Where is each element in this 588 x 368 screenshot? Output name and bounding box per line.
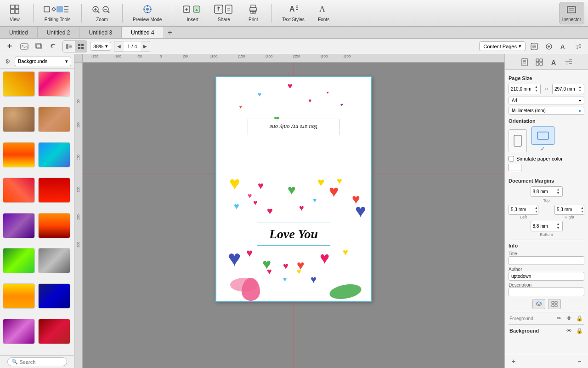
bg-thumb-3[interactable] (3, 107, 35, 132)
tab-untitled[interactable]: Untitled (0, 27, 38, 38)
bottom-margin-input[interactable]: ▲▼ (531, 221, 563, 231)
love-you-text: Love You (269, 227, 318, 242)
divider-2 (509, 240, 584, 240)
grid-view-btn[interactable] (75, 41, 87, 52)
search-input[interactable] (20, 359, 63, 365)
paper-color-swatch[interactable] (509, 164, 521, 171)
backgrounds-dropdown[interactable]: Backgrounds ▾ (15, 57, 71, 66)
list-view-btn[interactable] (63, 41, 75, 52)
paper-size-select[interactable]: A4 ▾ (509, 97, 584, 104)
landscape-button[interactable] (531, 126, 554, 145)
top-margin-input[interactable]: ▲▼ (531, 186, 563, 197)
bg-thumb-12[interactable] (38, 248, 70, 273)
tool-share[interactable]: Share (211, 2, 237, 24)
fg-lock-icon[interactable]: 🔒 (575, 314, 583, 322)
tab-untitled3[interactable]: Untitled 3 (79, 27, 122, 38)
ruler-top: -150 -100 -50 0 |50 |100 |150 |200 |250 … (83, 54, 504, 63)
author-input[interactable] (509, 272, 584, 281)
bg-thumb-15[interactable] (3, 319, 35, 344)
portrait-button[interactable] (509, 129, 527, 152)
panel-settings-button[interactable]: ⚙ (3, 56, 13, 66)
heart-pink-2: ♥ (248, 192, 252, 200)
bg-thumb-6[interactable] (38, 142, 70, 167)
insp-icon3[interactable]: A (558, 40, 570, 52)
info-title: Info (509, 243, 584, 248)
add-page-button[interactable]: + (4, 40, 16, 52)
footer-remove-button[interactable]: − (574, 356, 584, 366)
title-input[interactable] (509, 256, 584, 265)
bg-thumb-9[interactable] (3, 213, 35, 238)
tab-untitled4[interactable]: Untitled 4 (122, 27, 164, 38)
page-prev-button[interactable]: ◀ (114, 41, 124, 52)
bg-thumb-5[interactable] (3, 142, 35, 167)
backgrounds-grid (0, 69, 74, 355)
tool-zoom[interactable]: Zoom (89, 2, 115, 24)
svg-rect-72 (540, 63, 543, 65)
left-panel: ⚙ Backgrounds ▾ 🔍 (0, 54, 74, 368)
svg-line-10 (98, 12, 100, 13)
bg-thumb-10[interactable] (38, 213, 70, 238)
tab-add-button[interactable]: + (164, 27, 176, 38)
view-toggle (62, 40, 87, 52)
bg-thumb-16[interactable] (38, 319, 70, 344)
tool-fonts[interactable]: A Fonts (313, 2, 335, 24)
tool-view[interactable]: View (4, 2, 26, 24)
bg-eye-icon[interactable]: 👁 (565, 327, 573, 335)
bg-thumb-11[interactable] (3, 248, 35, 273)
bg-thumb-2[interactable] (38, 71, 70, 97)
tool-preview[interactable]: Preview Mode (130, 2, 164, 24)
simulate-paper-checkbox[interactable] (509, 156, 514, 161)
bg-thumb-13[interactable] (3, 283, 35, 309)
flipped-text-box[interactable]: You are my only one (248, 119, 339, 135)
tool-print[interactable]: Print (242, 2, 264, 24)
tool-text-styles[interactable]: A Text Styles (279, 2, 307, 24)
page-canvas[interactable]: ♥ ♥ ♥ ♥ ♥ ♥ ♥ You are my only one ♥ ♥ ♥ … (215, 76, 372, 302)
tool-inspector[interactable]: Inspector (559, 2, 584, 24)
tool-editing[interactable]: Editing Tools (41, 2, 74, 24)
search-icon: 🔍 (11, 359, 18, 365)
tab-untitled2[interactable]: Untitled 2 (38, 27, 80, 38)
insp-icon1[interactable] (528, 40, 540, 52)
svg-point-20 (147, 12, 148, 13)
love-you-box[interactable]: Love You (257, 223, 330, 246)
undo-button[interactable] (48, 40, 60, 52)
svg-text:A: A (560, 43, 565, 50)
bg-thumb-1[interactable] (3, 71, 35, 97)
copy-button[interactable] (33, 40, 45, 52)
units-select[interactable]: Millimeters (mm) ● (509, 107, 584, 115)
page-next-button[interactable]: ▶ (141, 41, 150, 52)
fg-edit-icon[interactable]: ✏ (555, 314, 563, 322)
text-styles-icon: A (288, 4, 299, 16)
insp-page-icon[interactable] (519, 57, 530, 68)
insp-icon4[interactable]: T (572, 40, 584, 52)
canvas-content[interactable]: ♥ ♥ ♥ ♥ ♥ ♥ ♥ You are my only one ♥ ♥ ♥ … (83, 63, 504, 368)
content-pages-button[interactable]: Content Pages ▾ (479, 41, 526, 51)
left-margin-input[interactable]: ▲▼ (509, 205, 538, 215)
insp-layout-icon[interactable] (534, 57, 545, 68)
svg-rect-70 (540, 59, 543, 62)
layers-icon-btn[interactable] (532, 299, 545, 309)
grid-icon-btn[interactable] (548, 299, 561, 309)
bg-thumb-7[interactable] (3, 178, 35, 203)
footer-add-button[interactable]: + (509, 356, 519, 366)
description-input[interactable] (509, 288, 584, 296)
right-margin-input[interactable]: ▲▼ (554, 205, 584, 215)
fg-eye-icon[interactable]: 👁 (565, 314, 573, 322)
insp-text-icon[interactable]: A (548, 57, 560, 68)
svg-text:T: T (576, 44, 579, 50)
heart-blue-big-left: ♥ (228, 247, 241, 270)
bg-thumb-14[interactable] (38, 283, 70, 309)
bg-lock-icon[interactable]: 🔒 (575, 327, 583, 335)
top-label: Top (509, 198, 584, 203)
media-button[interactable] (18, 40, 30, 52)
svg-rect-3 (15, 10, 19, 13)
width-input[interactable]: ▲▼ (509, 84, 541, 94)
height-input[interactable]: ▲▼ (552, 84, 584, 94)
sep5 (271, 4, 272, 23)
insp-icon2[interactable] (543, 40, 555, 52)
tool-insert[interactable]: Insert (180, 2, 205, 24)
bg-thumb-8[interactable] (38, 178, 70, 203)
insp-format-icon[interactable]: T (563, 57, 574, 68)
bg-thumb-4[interactable] (38, 107, 70, 132)
zoom-control[interactable]: 38% ▾ (90, 42, 111, 51)
